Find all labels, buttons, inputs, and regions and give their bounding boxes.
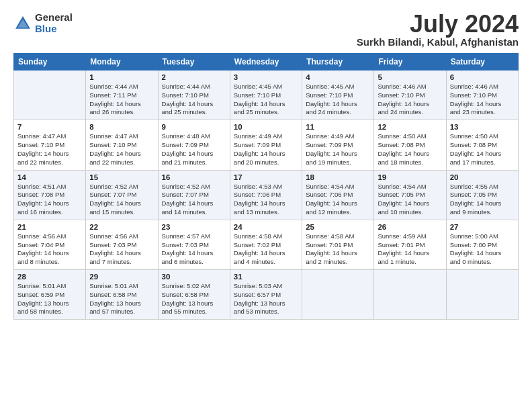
month-title: July 2024 [357, 12, 519, 36]
day-info: Sunrise: 5:01 AM Sunset: 6:58 PM Dayligh… [89, 282, 154, 316]
day-info: Sunrise: 4:51 AM Sunset: 7:08 PM Dayligh… [17, 183, 82, 217]
calendar-cell: 9Sunrise: 4:48 AM Sunset: 7:09 PM Daylig… [158, 120, 230, 170]
week-row-2: 7Sunrise: 4:47 AM Sunset: 7:10 PM Daylig… [14, 120, 519, 170]
day-number: 8 [89, 123, 154, 131]
calendar-cell: 20Sunrise: 4:55 AM Sunset: 7:05 PM Dayli… [446, 170, 518, 220]
calendar-cell: 25Sunrise: 4:58 AM Sunset: 7:01 PM Dayli… [302, 220, 374, 269]
day-info: Sunrise: 5:02 AM Sunset: 6:58 PM Dayligh… [162, 282, 226, 316]
day-number: 21 [17, 223, 82, 231]
weekday-header-row: SundayMondayTuesdayWednesdayThursdayFrid… [14, 54, 519, 71]
day-number: 23 [162, 223, 226, 231]
calendar-table: SundayMondayTuesdayWednesdayThursdayFrid… [13, 53, 519, 320]
calendar-cell: 24Sunrise: 4:58 AM Sunset: 7:02 PM Dayli… [230, 220, 302, 269]
week-row-5: 28Sunrise: 5:01 AM Sunset: 6:59 PM Dayli… [14, 270, 519, 320]
day-number: 3 [234, 73, 298, 81]
week-row-1: 1Sunrise: 4:44 AM Sunset: 7:11 PM Daylig… [14, 71, 519, 120]
day-number: 31 [234, 273, 298, 281]
weekday-header-sunday: Sunday [14, 54, 86, 71]
day-number: 29 [89, 273, 154, 281]
calendar-cell: 31Sunrise: 5:03 AM Sunset: 6:57 PM Dayli… [230, 270, 302, 320]
day-info: Sunrise: 4:58 AM Sunset: 7:02 PM Dayligh… [234, 232, 298, 267]
calendar-cell: 3Sunrise: 4:45 AM Sunset: 7:10 PM Daylig… [230, 71, 302, 120]
day-info: Sunrise: 4:53 AM Sunset: 7:06 PM Dayligh… [234, 183, 298, 217]
weekday-header-saturday: Saturday [446, 54, 518, 71]
calendar-cell: 7Sunrise: 4:47 AM Sunset: 7:10 PM Daylig… [14, 120, 86, 170]
header: General Blue July 2024 Surkh Bilandi, Ka… [13, 12, 519, 48]
day-info: Sunrise: 4:44 AM Sunset: 7:10 PM Dayligh… [162, 83, 226, 117]
day-info: Sunrise: 4:47 AM Sunset: 7:10 PM Dayligh… [17, 132, 82, 167]
day-number: 18 [306, 173, 370, 181]
calendar-cell: 11Sunrise: 4:49 AM Sunset: 7:09 PM Dayli… [302, 120, 374, 170]
weekday-header-wednesday: Wednesday [230, 54, 302, 71]
day-info: Sunrise: 5:03 AM Sunset: 6:57 PM Dayligh… [234, 282, 298, 316]
logo-text: General Blue [35, 12, 73, 34]
weekday-header-tuesday: Tuesday [158, 54, 230, 71]
calendar-cell: 29Sunrise: 5:01 AM Sunset: 6:58 PM Dayli… [86, 270, 158, 320]
day-number: 24 [234, 223, 298, 231]
day-number: 17 [234, 173, 298, 181]
location-title: Surkh Bilandi, Kabul, Afghanistan [357, 36, 519, 48]
day-info: Sunrise: 5:00 AM Sunset: 7:00 PM Dayligh… [450, 232, 515, 267]
calendar-cell: 17Sunrise: 4:53 AM Sunset: 7:06 PM Dayli… [230, 170, 302, 220]
calendar-cell: 22Sunrise: 4:56 AM Sunset: 7:03 PM Dayli… [86, 220, 158, 269]
weekday-header-monday: Monday [86, 54, 158, 71]
day-number: 14 [17, 173, 82, 181]
logo-icon [13, 14, 32, 33]
day-info: Sunrise: 4:45 AM Sunset: 7:10 PM Dayligh… [306, 83, 370, 117]
day-number: 1 [89, 73, 154, 81]
day-info: Sunrise: 4:47 AM Sunset: 7:10 PM Dayligh… [89, 132, 154, 167]
day-number: 13 [450, 123, 515, 131]
day-number: 10 [234, 123, 298, 131]
day-info: Sunrise: 5:01 AM Sunset: 6:59 PM Dayligh… [17, 282, 82, 316]
day-number: 30 [162, 273, 226, 281]
calendar-cell: 5Sunrise: 4:46 AM Sunset: 7:10 PM Daylig… [374, 71, 446, 120]
day-info: Sunrise: 4:50 AM Sunset: 7:08 PM Dayligh… [450, 132, 515, 167]
day-info: Sunrise: 4:46 AM Sunset: 7:10 PM Dayligh… [450, 83, 515, 117]
calendar-cell: 27Sunrise: 5:00 AM Sunset: 7:00 PM Dayli… [446, 220, 518, 269]
week-row-3: 14Sunrise: 4:51 AM Sunset: 7:08 PM Dayli… [14, 170, 519, 220]
day-number: 15 [89, 173, 154, 181]
day-number: 9 [162, 123, 226, 131]
day-number: 19 [378, 173, 442, 181]
day-number: 12 [378, 123, 442, 131]
calendar-cell: 23Sunrise: 4:57 AM Sunset: 7:03 PM Dayli… [158, 220, 230, 269]
day-info: Sunrise: 4:52 AM Sunset: 7:07 PM Dayligh… [89, 183, 154, 217]
calendar-cell [14, 71, 86, 120]
calendar-cell: 13Sunrise: 4:50 AM Sunset: 7:08 PM Dayli… [446, 120, 518, 170]
page: General Blue July 2024 Surkh Bilandi, Ka… [0, 0, 532, 326]
day-number: 5 [378, 73, 442, 81]
day-number: 22 [89, 223, 154, 231]
calendar-cell [302, 270, 374, 320]
logo: General Blue [13, 12, 73, 34]
day-number: 16 [162, 173, 226, 181]
title-block: July 2024 Surkh Bilandi, Kabul, Afghanis… [357, 12, 519, 48]
day-number: 28 [17, 273, 82, 281]
calendar-cell: 6Sunrise: 4:46 AM Sunset: 7:10 PM Daylig… [446, 71, 518, 120]
day-info: Sunrise: 4:56 AM Sunset: 7:03 PM Dayligh… [89, 232, 154, 267]
day-info: Sunrise: 4:54 AM Sunset: 7:06 PM Dayligh… [306, 183, 370, 217]
week-row-4: 21Sunrise: 4:56 AM Sunset: 7:04 PM Dayli… [14, 220, 519, 269]
calendar-cell: 28Sunrise: 5:01 AM Sunset: 6:59 PM Dayli… [14, 270, 86, 320]
logo-general-text: General [35, 12, 73, 24]
calendar-cell [446, 270, 518, 320]
day-number: 6 [450, 73, 515, 81]
day-info: Sunrise: 4:50 AM Sunset: 7:08 PM Dayligh… [378, 132, 442, 167]
day-info: Sunrise: 4:48 AM Sunset: 7:09 PM Dayligh… [162, 132, 226, 167]
day-info: Sunrise: 4:45 AM Sunset: 7:10 PM Dayligh… [234, 83, 298, 117]
day-info: Sunrise: 4:56 AM Sunset: 7:04 PM Dayligh… [17, 232, 82, 267]
calendar-cell: 26Sunrise: 4:59 AM Sunset: 7:01 PM Dayli… [374, 220, 446, 269]
day-info: Sunrise: 4:52 AM Sunset: 7:07 PM Dayligh… [162, 183, 226, 217]
day-info: Sunrise: 4:46 AM Sunset: 7:10 PM Dayligh… [378, 83, 442, 117]
day-number: 25 [306, 223, 370, 231]
day-number: 27 [450, 223, 515, 231]
calendar-cell: 14Sunrise: 4:51 AM Sunset: 7:08 PM Dayli… [14, 170, 86, 220]
calendar-cell: 19Sunrise: 4:54 AM Sunset: 7:05 PM Dayli… [374, 170, 446, 220]
logo-blue-text: Blue [35, 24, 73, 35]
calendar-cell: 2Sunrise: 4:44 AM Sunset: 7:10 PM Daylig… [158, 71, 230, 120]
day-info: Sunrise: 4:54 AM Sunset: 7:05 PM Dayligh… [378, 183, 442, 217]
calendar-cell: 18Sunrise: 4:54 AM Sunset: 7:06 PM Dayli… [302, 170, 374, 220]
calendar-cell: 21Sunrise: 4:56 AM Sunset: 7:04 PM Dayli… [14, 220, 86, 269]
calendar-cell: 1Sunrise: 4:44 AM Sunset: 7:11 PM Daylig… [86, 71, 158, 120]
day-info: Sunrise: 4:58 AM Sunset: 7:01 PM Dayligh… [306, 232, 370, 267]
day-info: Sunrise: 4:59 AM Sunset: 7:01 PM Dayligh… [378, 232, 442, 267]
